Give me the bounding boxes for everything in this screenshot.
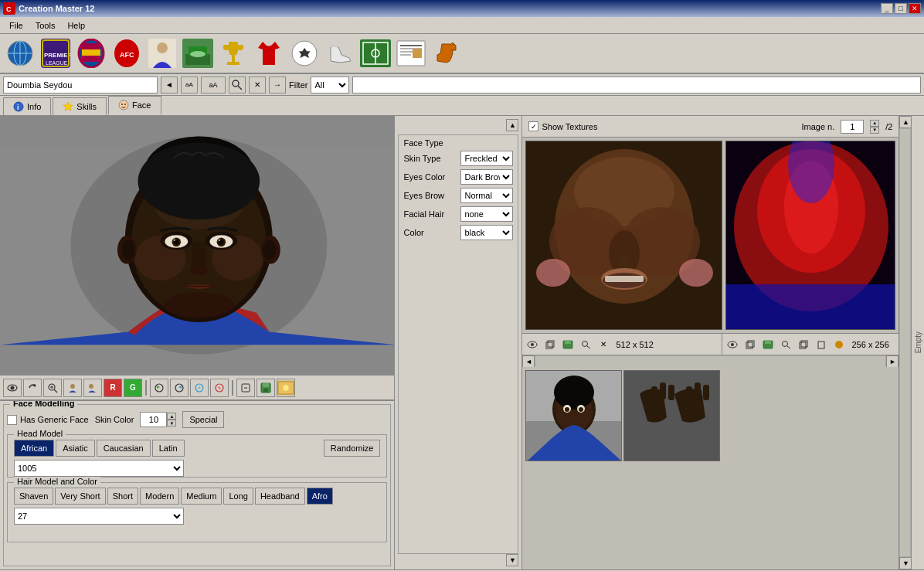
menu-help[interactable]: Help [61,19,91,32]
skin-type-select[interactable]: Freckled [460,151,513,166]
minimize-button[interactable]: _ [881,3,893,14]
toolbar-kit-icon[interactable] [252,36,286,70]
head-model-select[interactable]: 1005 [14,460,184,477]
filter-select[interactable]: All [311,76,349,93]
toolbar-globe-icon[interactable] [3,36,37,70]
unknown-tool-button[interactable] [236,379,255,397]
delete-button[interactable]: ✕ [249,76,266,93]
facial-hair-select[interactable]: none [460,206,513,222]
toolbar-arsenal-icon[interactable]: AFC [110,36,144,70]
toolbar-gloves-icon[interactable] [430,36,464,70]
face-side-button[interactable] [83,379,102,397]
toolbar-trophy-icon[interactable] [216,36,250,70]
color-r-button[interactable]: R [104,379,122,397]
face-front-button[interactable] [63,379,82,397]
tex-copy-button[interactable] [542,336,559,353]
latin-button[interactable]: Latin [152,440,185,457]
zoom-out-button[interactable] [210,379,229,397]
scroll-left-button[interactable]: ◄ [522,355,535,368]
medium-button[interactable]: Medium [181,488,222,505]
scroll-down-button[interactable]: ▼ [506,554,518,566]
modern-button[interactable]: Modern [140,488,179,505]
toolbar-stadium-icon[interactable] [181,36,215,70]
h-scroll-track[interactable] [535,355,886,368]
face-tool-zoom-button[interactable] [43,379,62,397]
svg-point-43 [121,104,123,105]
tex-view2-button[interactable] [724,336,741,353]
has-generic-face-checkbox[interactable] [7,415,17,425]
tex-copy2-button[interactable] [742,336,759,353]
special-button[interactable]: Special [182,411,224,428]
titlebar-controls[interactable]: _ □ ✕ [881,3,921,14]
toolbar-field-icon[interactable] [358,36,392,70]
toolbar-player-icon[interactable] [145,36,179,70]
tex-paste-btn[interactable] [813,336,830,353]
next-player-button[interactable]: aA [181,76,198,93]
svg-point-122 [731,343,734,346]
sort-button[interactable]: aA [201,76,226,93]
eyes-color-select[interactable]: Dark Brown [460,169,513,185]
toolbar-barcelona-icon[interactable] [74,36,108,70]
skin-color-down-button[interactable]: ▼ [167,420,176,427]
tab-info[interactable]: i Info [3,97,51,115]
move-button[interactable]: → [269,76,286,93]
menu-file[interactable]: File [3,19,29,32]
randomize-button[interactable]: Randomize [324,440,381,457]
texture-thumbnails [522,367,899,467]
tex-save2-button[interactable] [759,336,776,353]
scroll-right-button[interactable]: ► [886,355,899,368]
close-button[interactable]: ✕ [909,3,921,14]
headband-button[interactable]: Headband [255,488,305,505]
player-name-input[interactable] [3,76,158,93]
tex-view-button[interactable] [524,336,541,353]
tex-save-button[interactable] [559,336,576,353]
tex-delete-button[interactable]: ✕ [595,336,612,353]
light-settings-button[interactable] [277,379,295,397]
face-tool-rotate-button[interactable] [23,379,42,397]
tex-copy-btn2[interactable] [795,336,812,353]
color-g-button[interactable]: G [124,379,142,397]
toolbar-newspaper-icon[interactable] [394,36,428,70]
search-button[interactable] [229,76,246,93]
tab-face[interactable]: Face [108,96,161,115]
prev-player-button[interactable]: ◄ [161,76,178,93]
skin-color-input[interactable] [140,412,167,427]
image-n-down-button[interactable]: ▼ [870,127,879,134]
save-face-button[interactable] [256,379,275,397]
shaven-button[interactable]: Shaven [14,488,53,505]
tab-skills[interactable]: Skills [53,97,107,115]
zoom-in-button[interactable] [190,379,209,397]
tex-zoom-button[interactable] [577,336,594,353]
scroll-up-button[interactable]: ▲ [506,119,518,131]
afro-button[interactable]: Afro [307,488,333,505]
very-short-button[interactable]: Very Short [55,488,105,505]
rotate-cw-button[interactable] [170,379,189,397]
v-scroll-down-button[interactable]: ▼ [899,557,912,569]
image-n-input[interactable] [841,120,864,134]
v-scroll-up-button[interactable]: ▲ [899,116,912,128]
tex-unknown-btn[interactable] [831,336,848,353]
asiatic-button[interactable]: Asiatic [56,440,94,457]
color-select[interactable]: black [460,225,513,240]
search-box[interactable] [352,76,921,93]
short-button[interactable]: Short [107,488,138,505]
face-tool-eye-button[interactable] [3,379,22,397]
african-button[interactable]: African [14,440,54,457]
eyes-brow-select[interactable]: Normal [460,188,513,203]
image-n-up-button[interactable]: ▲ [870,120,879,127]
v-scroll-track[interactable] [899,128,911,557]
tex-zoom2-button[interactable] [777,336,794,353]
hair-model-select[interactable]: 27 [14,508,184,525]
toolbar-boots-icon[interactable] [323,36,357,70]
maximize-button[interactable]: □ [895,3,907,14]
caucasian-button[interactable]: Caucasian [97,440,151,457]
toolbar-ball-icon[interactable] [287,36,321,70]
skin-color-up-button[interactable]: ▲ [167,413,176,420]
show-textures-checkbox[interactable]: ✓ [528,121,538,131]
svg-point-68 [122,240,135,260]
toolbar-premier-league-icon[interactable]: PREMIERLEAGUE [39,36,73,70]
menu-tools[interactable]: Tools [29,19,62,32]
long-button[interactable]: Long [223,488,253,505]
svg-point-18 [157,42,168,53]
rotate-ccw-button[interactable] [150,379,168,397]
